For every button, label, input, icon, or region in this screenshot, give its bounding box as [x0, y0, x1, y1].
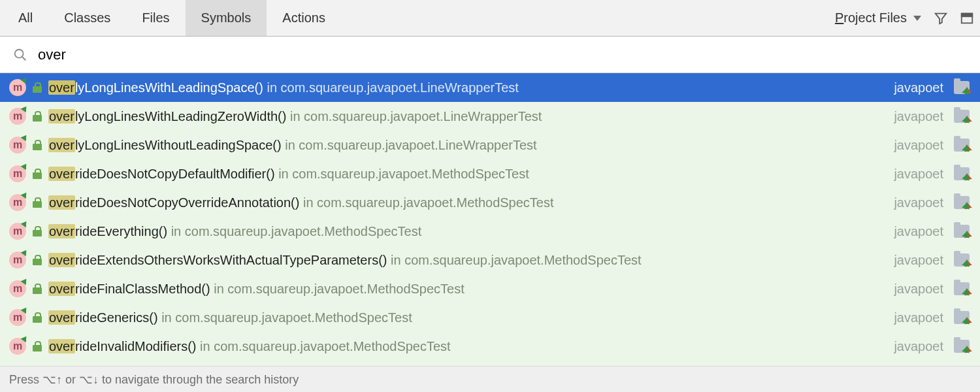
scope-label: Project Files: [835, 10, 907, 25]
result-text: overrideDoesNotCopyDefaultModifier() in …: [48, 167, 887, 182]
result-row[interactable]: moverrideDoesNotCopyOverrideAnnotation()…: [0, 188, 980, 217]
results-list[interactable]: moverlyLongLinesWithLeadingSpace() in co…: [0, 73, 980, 366]
method-icon: m: [9, 338, 26, 355]
result-location: in com.squareup.javapoet.MethodSpecTest: [299, 195, 553, 210]
runnable-arrow-icon: [21, 76, 29, 84]
test-sources-folder-icon: [954, 225, 970, 238]
result-name-rest: rideEverything(): [75, 224, 167, 238]
result-text: overrideDoesNotCopyOverrideAnnotation() …: [48, 195, 887, 210]
method-icon: m: [9, 194, 26, 211]
result-row[interactable]: moverrideFinalClassMethod() in com.squar…: [0, 274, 980, 303]
open-in-toolwindow-icon[interactable]: [954, 0, 980, 36]
svg-line-3: [22, 56, 26, 60]
search-tabs: All Classes Files Symbols Actions Projec…: [0, 0, 980, 37]
result-match: over: [48, 224, 75, 238]
result-row[interactable]: moverrideEverything() in com.squareup.ja…: [0, 217, 980, 246]
scope-picker[interactable]: Project Files: [828, 0, 928, 36]
method-icon: m: [9, 309, 26, 326]
result-name-rest: rideFinalClassMethod(): [75, 282, 210, 296]
test-sources-folder-icon: [954, 110, 970, 123]
result-module: javapoet: [894, 253, 947, 268]
result-row[interactable]: moverlyLongLinesWithLeadingSpace() in co…: [0, 73, 980, 102]
filter-icon[interactable]: [928, 0, 954, 36]
svg-rect-1: [962, 13, 973, 16]
result-location: in com.squareup.javapoet.MethodSpecTest: [197, 339, 451, 353]
method-icon: m: [9, 223, 26, 240]
visibility-icon: [33, 341, 42, 351]
result-name-rest: lyLongLinesWithLeadingZeroWidth(): [75, 109, 287, 123]
runnable-arrow-icon: [21, 191, 29, 199]
result-match: over: [48, 339, 75, 353]
result-text: overlyLongLinesWithLeadingSpace() in com…: [48, 80, 887, 95]
result-match: over: [48, 282, 75, 296]
runnable-arrow-icon: [21, 133, 29, 141]
visibility-icon: [33, 82, 42, 93]
tab-symbols[interactable]: Symbols: [186, 0, 267, 36]
result-match: over: [48, 138, 75, 152]
result-location: in com.squareup.javapoet.MethodSpecTest: [210, 282, 465, 296]
method-icon: m: [9, 165, 26, 182]
tab-classes[interactable]: Classes: [48, 0, 126, 36]
result-module: javapoet: [894, 339, 947, 354]
result-row[interactable]: moverrideGenerics() in com.squareup.java…: [0, 303, 980, 332]
search-row: [0, 37, 980, 73]
runnable-arrow-icon: [21, 162, 29, 170]
tab-files[interactable]: Files: [126, 0, 185, 36]
result-text: overrideEverything() in com.squareup.jav…: [48, 224, 887, 239]
result-module: javapoet: [894, 80, 947, 95]
visibility-icon: [33, 226, 42, 237]
search-icon: [13, 48, 27, 62]
tab-actions[interactable]: Actions: [267, 0, 341, 36]
visibility-icon: [33, 169, 42, 179]
result-text: overrideFinalClassMethod() in com.square…: [48, 282, 887, 297]
result-match: over: [48, 167, 75, 181]
result-text: overlyLongLinesWithoutLeadingSpace() in …: [48, 138, 887, 153]
search-input-wrap[interactable]: [38, 45, 967, 65]
result-text: overrideInvalidModifiers() in com.square…: [48, 339, 887, 354]
result-location: in com.squareup.javapoet.LineWrapperTest: [286, 109, 542, 123]
result-name-rest: rideGenerics(): [75, 310, 158, 325]
tab-all[interactable]: All: [3, 0, 48, 36]
result-module: javapoet: [894, 310, 947, 325]
test-sources-folder-icon: [954, 139, 970, 152]
method-icon: m: [9, 280, 26, 297]
result-row[interactable]: moverlyLongLinesWithLeadingZeroWidth() i…: [0, 102, 980, 131]
result-name-rest: rideDoesNotCopyDefaultModifier(): [75, 167, 275, 181]
result-match: over: [48, 80, 75, 95]
visibility-icon: [33, 312, 42, 323]
visibility-icon: [33, 197, 42, 208]
result-name-rest: rideDoesNotCopyOverrideAnnotation(): [75, 195, 300, 210]
runnable-arrow-icon: [21, 105, 29, 112]
test-sources-folder-icon: [954, 167, 970, 180]
chevron-down-icon: [913, 16, 921, 21]
result-location: in com.squareup.javapoet.MethodSpecTest: [167, 224, 421, 238]
result-row[interactable]: moverrideDoesNotCopyDefaultModifier() in…: [0, 159, 980, 188]
method-icon: m: [9, 137, 26, 154]
result-name-rest: rideInvalidModifiers(): [75, 339, 197, 353]
result-module: javapoet: [894, 224, 947, 239]
result-module: javapoet: [894, 138, 947, 153]
result-location: in com.squareup.javapoet.MethodSpecTest: [387, 253, 641, 267]
result-location: in com.squareup.javapoet.MethodSpecTest: [275, 167, 529, 181]
result-text: overrideExtendsOthersWorksWithActualType…: [48, 253, 887, 268]
result-text: overrideGenerics() in com.squareup.javap…: [48, 310, 887, 325]
runnable-arrow-icon: [21, 277, 29, 285]
test-sources-folder-icon: [954, 340, 970, 353]
result-location: in com.squareup.javapoet.MethodSpecTest: [158, 310, 412, 325]
result-name-rest: rideExtendsOthersWorksWithActualTypePara…: [75, 253, 387, 267]
result-name-rest: lyLongLinesWithLeadingSpace(): [75, 80, 263, 95]
result-row[interactable]: moverrideInvalidModifiers() in com.squar…: [0, 332, 980, 361]
visibility-icon: [33, 111, 42, 122]
result-location: in com.squareup.javapoet.LineWrapperTest: [263, 80, 519, 95]
result-row[interactable]: moverrideExtendsOthersWorksWithActualTyp…: [0, 246, 980, 274]
search-input[interactable]: [38, 45, 967, 65]
result-module: javapoet: [894, 195, 947, 210]
result-location: in com.squareup.javapoet.LineWrapperTest: [282, 138, 537, 152]
runnable-arrow-icon: [21, 335, 29, 342]
test-sources-folder-icon: [954, 196, 970, 209]
test-sources-folder-icon: [954, 311, 970, 324]
result-name-rest: lyLongLinesWithoutLeadingSpace(): [75, 138, 282, 152]
result-row[interactable]: moverlyLongLinesWithoutLeadingSpace() in…: [0, 131, 980, 159]
method-icon: m: [9, 79, 26, 96]
test-sources-folder-icon: [954, 253, 970, 267]
